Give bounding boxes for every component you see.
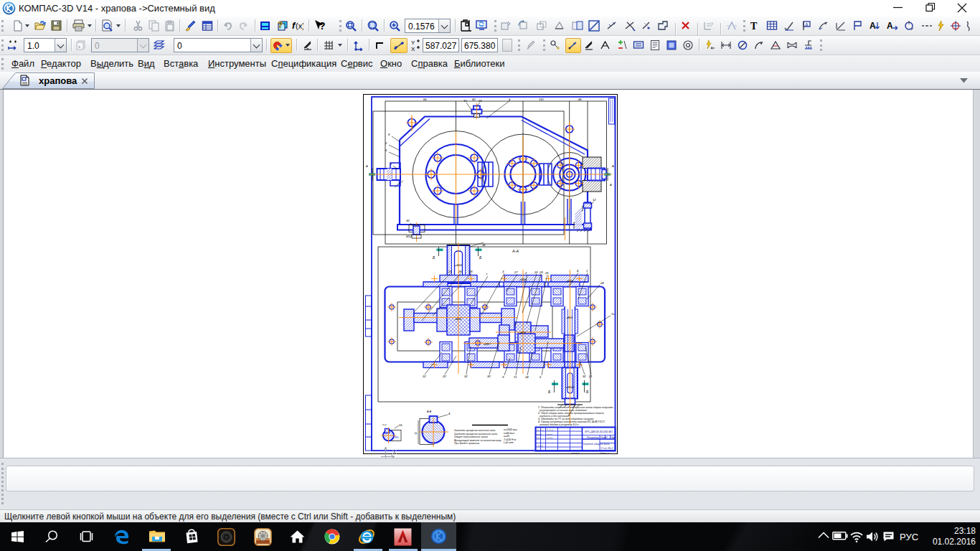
svg-text:110: 110 bbox=[539, 98, 544, 101]
svg-text:А: А bbox=[611, 164, 614, 168]
svg-text:№ докум.: № докум. bbox=[547, 429, 555, 431]
svg-text:М12: М12 bbox=[406, 235, 413, 238]
svg-text:30: 30 bbox=[406, 219, 410, 222]
svg-text:Чертеж общего вида: Чертеж общего вида bbox=[583, 443, 610, 446]
svg-text:(x): (x) bbox=[296, 22, 303, 30]
svg-text:21: 21 bbox=[448, 270, 452, 273]
svg-text:Редуктор: Редуктор bbox=[587, 436, 599, 439]
svg-text:n=1500 мин: n=1500 мин bbox=[504, 428, 517, 431]
svg-text:Частота вращения входного вала: Частота вращения входного вала bbox=[454, 429, 496, 432]
svg-text:⌀35k6: ⌀35k6 bbox=[455, 264, 462, 267]
svg-text:в-в: в-в bbox=[427, 410, 432, 413]
svg-text:1:1 об. 25ч.1: 1:1 об. 25ч.1 bbox=[600, 447, 613, 450]
svg-text:27: 27 bbox=[514, 270, 518, 274]
svg-text:u=25: u=25 bbox=[504, 435, 509, 438]
svg-text:Т=520 Н·м: Т=520 Н·м bbox=[504, 438, 517, 441]
svg-text:R5: R5 bbox=[395, 435, 399, 439]
svg-text:65: 65 bbox=[423, 98, 427, 101]
svg-text:26: 26 bbox=[458, 270, 462, 273]
svg-text:Иванов: Иванов bbox=[547, 433, 553, 435]
svg-text:45: 45 bbox=[578, 98, 582, 101]
svg-text:⌀40r6: ⌀40r6 bbox=[519, 331, 526, 334]
svg-text:30: 30 bbox=[487, 375, 491, 378]
svg-text:32: 32 bbox=[583, 375, 586, 378]
svg-text:Изм Лист: Изм Лист bbox=[536, 429, 544, 431]
svg-text:10: 10 bbox=[463, 99, 467, 103]
svg-text:28: 28 bbox=[468, 270, 473, 273]
svg-text:50: 50 bbox=[415, 432, 418, 435]
svg-text:⌀45r6: ⌀45r6 bbox=[566, 316, 573, 319]
svg-text:1а: 1а bbox=[611, 312, 615, 316]
svg-text:Лф: Лф bbox=[610, 436, 614, 439]
svg-text:А: А bbox=[609, 183, 612, 187]
svg-text:Общее передаточное число: Общее передаточное число bbox=[454, 435, 488, 438]
svg-text:A: A bbox=[887, 21, 893, 31]
svg-text:?: ? bbox=[278, 20, 283, 30]
svg-text:11: 11 bbox=[514, 375, 517, 379]
svg-text:12: 12 bbox=[593, 198, 596, 202]
svg-text:22: 22 bbox=[422, 375, 426, 378]
svg-text:23: 23 bbox=[539, 270, 543, 274]
svg-text:36: 36 bbox=[482, 243, 486, 247]
svg-text:А: А bbox=[365, 164, 368, 168]
svg-text:60: 60 bbox=[472, 98, 476, 101]
svg-text:Петров: Петров bbox=[547, 437, 554, 439]
svg-text:32: 32 bbox=[464, 375, 468, 378]
svg-text:г-г: г-г bbox=[382, 423, 387, 426]
svg-text:T: T bbox=[750, 21, 758, 32]
svg-text:⌀38h7: ⌀38h7 bbox=[484, 343, 491, 346]
svg-text:Y: Y bbox=[411, 39, 415, 46]
svg-text:Частота вращения выходного вал: Частота вращения выходного вала bbox=[454, 433, 497, 435]
svg-text:21: 21 bbox=[588, 375, 593, 378]
svg-text:A: A bbox=[805, 22, 809, 27]
svg-text:Н.контр.: Н.контр. bbox=[536, 445, 543, 447]
svg-text:Л: Л bbox=[605, 436, 608, 439]
svg-text:Утв.: Утв. bbox=[536, 449, 540, 451]
svg-text:⌀30k6: ⌀30k6 bbox=[519, 278, 527, 281]
svg-text:25: 25 bbox=[545, 271, 549, 275]
svg-text:⌀45r6: ⌀45r6 bbox=[455, 318, 461, 321]
svg-text:24: 24 bbox=[524, 375, 529, 379]
svg-text:А-А: А-А bbox=[512, 249, 519, 253]
svg-text:Вращающий момент на выходном в: Вращающий момент на выходном валу bbox=[454, 439, 501, 442]
svg-text:КРС.ДМ.00.00.000 ВО: КРС.ДМ.00.00.000 ВО bbox=[585, 430, 613, 433]
svg-text:23: 23 bbox=[478, 99, 482, 103]
svg-text:Формат А1: Формат А1 bbox=[600, 452, 610, 454]
svg-text:n=60 мин: n=60 мин bbox=[504, 432, 514, 435]
svg-text:22: 22 bbox=[534, 270, 538, 274]
svg-text:Копировал: Копировал bbox=[571, 452, 580, 454]
svg-text:?: ? bbox=[319, 20, 326, 32]
svg-text:20: 20 bbox=[442, 375, 446, 378]
svg-text:При Studies приводах: При Studies приводах bbox=[454, 442, 479, 445]
svg-text:L=6 лет: L=6 лет bbox=[504, 441, 514, 444]
svg-text:заливка объёма в редуктор 6,5: заливка объёма в редуктор 6,5 л bbox=[539, 423, 579, 426]
svg-text:⌀30m6: ⌀30m6 bbox=[566, 386, 574, 389]
svg-text:15: 15 bbox=[399, 423, 402, 427]
svg-text:X: X bbox=[411, 46, 415, 51]
svg-text:A: A bbox=[870, 21, 876, 31]
svg-text:Пров.: Пров. bbox=[536, 437, 541, 439]
svg-text:Разраб.: Разраб. bbox=[536, 433, 542, 435]
svg-text:24: 24 bbox=[600, 281, 604, 285]
svg-text:1: 1 bbox=[586, 269, 588, 273]
